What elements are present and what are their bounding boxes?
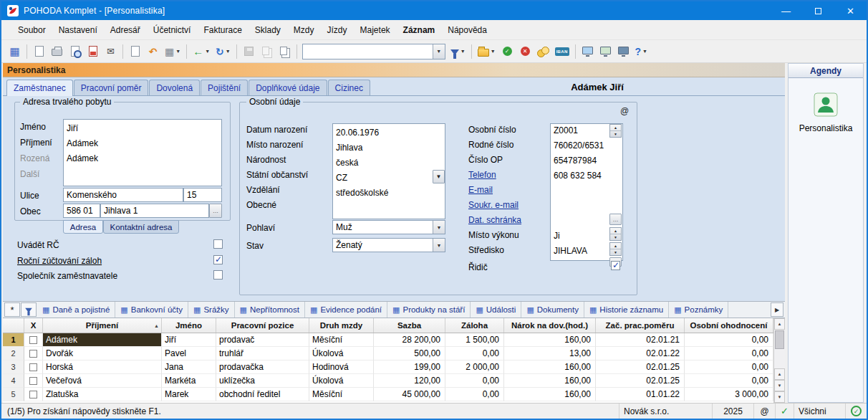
cell-druh[interactable]: Úkolová <box>309 347 374 361</box>
pohlavi-select[interactable]: Muž ▼ <box>332 220 445 234</box>
cell-zaloha[interactable]: 1 500,00 <box>445 333 504 347</box>
obec-lookup-button[interactable]: … <box>209 204 222 218</box>
print-button[interactable] <box>49 43 65 60</box>
menu-nastaveni[interactable]: Nastavení <box>52 22 104 39</box>
new-detail-button[interactable]: * <box>4 302 20 317</box>
cell-zacatek[interactable]: 01.01.22 <box>596 388 685 401</box>
cell-prijmeni[interactable]: Adámek <box>43 333 162 347</box>
maximize-button[interactable] <box>802 1 834 20</box>
cell-druh[interactable]: Měsíční <box>309 333 374 347</box>
scroll-fine-up-button[interactable]: ▲ <box>774 368 785 380</box>
open-agenda-button[interactable] <box>31 43 47 60</box>
misto-vykonu-field[interactable]: Ji <box>554 231 560 241</box>
cell-ohodnoceni[interactable]: 0,00 <box>685 361 773 374</box>
header-druh-mzdy[interactable]: Druh mzdy <box>309 318 374 333</box>
cell-narok[interactable]: 160,00 <box>504 388 596 401</box>
tab-doplnkove-udaje[interactable]: Doplňkové údaje <box>249 80 327 95</box>
menu-sklady[interactable]: Sklady <box>249 22 287 39</box>
psc-field[interactable]: 586 01 <box>63 204 100 218</box>
copy-record-button[interactable] <box>276 43 293 60</box>
status-company[interactable]: Novák s.r.o. <box>619 404 712 419</box>
header-narok[interactable]: Nárok na dov.(hod.) <box>504 318 596 333</box>
cell-zacatek[interactable]: 02.01.21 <box>596 333 685 347</box>
row-select-cell[interactable] <box>24 374 43 388</box>
cell-zacatek[interactable]: 02.01.25 <box>596 374 685 388</box>
cell-pozice[interactable]: prodavač <box>216 333 309 347</box>
cell-druh[interactable]: Měsíční <box>309 388 374 401</box>
prijmeni-field[interactable]: Adámek <box>64 136 221 151</box>
display-2-button[interactable] <box>597 43 614 60</box>
menu-zaznam[interactable]: Záznam <box>397 22 442 39</box>
status-at-symbol[interactable]: @ <box>753 404 775 419</box>
ulice-field[interactable]: Komenského <box>63 188 183 202</box>
header-zaloha[interactable]: Záloha <box>445 318 504 333</box>
cislo-popisne-field[interactable]: 15 <box>183 188 222 202</box>
spin-up-icon[interactable]: ▲ <box>610 125 621 131</box>
dalsi-field[interactable] <box>64 166 221 181</box>
bottom-tab-dane-a-pojistne[interactable]: ▦Daně a pojistné <box>37 302 115 318</box>
header-zacatek[interactable]: Zač. prac.poměru <box>596 318 685 333</box>
cell-pozice[interactable]: truhlář <box>216 347 309 361</box>
cell-ohodnoceni[interactable]: 3 000,00 <box>685 388 773 401</box>
cell-pozice[interactable]: prodavačka <box>216 361 309 374</box>
menu-fakturace[interactable]: Fakturace <box>197 22 248 39</box>
menu-mzdy[interactable]: Mzdy <box>287 22 321 39</box>
undo-button[interactable]: ↶ <box>145 43 161 60</box>
ridic-checkbox[interactable] <box>611 261 620 270</box>
bottom-tab-udalosti[interactable]: ▦Události <box>471 302 521 318</box>
toggle-panels-button[interactable]: ▦ <box>6 43 23 60</box>
spin-down-icon[interactable]: ▼ <box>610 234 621 240</box>
menu-majetek[interactable]: Majetek <box>354 22 397 39</box>
cell-zaloha[interactable]: 0,00 <box>445 347 504 361</box>
bottom-tab-historie-zaznamu[interactable]: ▦Historie záznamu <box>584 302 669 318</box>
cell-zacatek[interactable]: 02.01.25 <box>596 361 685 374</box>
tab-cizinec[interactable]: Cizinec <box>328 80 370 95</box>
row-select-cell[interactable] <box>24 388 43 401</box>
vzdelani-field[interactable]: středoškolské <box>333 186 445 201</box>
header-prijmeni[interactable]: Příjmení▲ <box>43 318 162 333</box>
search-combobox[interactable]: ▼ <box>302 44 445 59</box>
table-row[interactable]: 5 Zlatuška Marek obchodní ředitel Měsíčn… <box>3 388 773 401</box>
tab-pracovni-pomer[interactable]: Pracovní poměr <box>74 80 149 95</box>
table-row[interactable]: 4 Večeřová Markéta uklízečka Úkolová 120… <box>3 374 773 388</box>
telefon-field[interactable]: 608 632 584 <box>554 171 602 181</box>
send-mail-button[interactable]: ✉ <box>102 43 119 60</box>
bottom-tab-bankovni-ucty[interactable]: ▦Bankovní účty <box>115 302 188 318</box>
chevron-down-icon[interactable]: ▼ <box>433 239 445 252</box>
cell-jmeno[interactable]: Jiří <box>162 333 216 347</box>
iban-button[interactable]: IBAN <box>553 43 572 60</box>
menu-ucetnictvi[interactable]: Účetnictví <box>147 22 198 39</box>
agendy-item-personalistika[interactable]: Personalistika <box>789 78 863 133</box>
cell-druh[interactable]: Hodinová <box>309 361 374 374</box>
cell-pozice[interactable]: uklízečka <box>216 374 309 388</box>
row-select-cell[interactable] <box>24 333 43 347</box>
cell-zaloha[interactable]: 2 000,00 <box>445 361 504 374</box>
agendy-header[interactable]: Agendy <box>789 64 863 78</box>
cell-ohodnoceni[interactable]: 0,00 <box>685 333 773 347</box>
header-jmeno[interactable]: Jméno <box>162 318 216 333</box>
bottom-tab-poznamky[interactable]: ▦Poznámky <box>669 302 728 318</box>
scroll-thumb[interactable] <box>775 330 784 349</box>
status-filter[interactable]: Všichni <box>794 404 845 419</box>
narodnost-field[interactable]: česká <box>333 156 445 171</box>
bottom-tab-nepritomnost[interactable]: ▦Nepřítomnost <box>235 302 305 318</box>
cell-jmeno[interactable]: Jana <box>162 361 216 374</box>
telefon-link[interactable]: Telefon <box>468 170 496 181</box>
header-ohodnoceni[interactable]: Osobní ohodnocení <box>685 318 773 333</box>
osobni-cislo-spinner[interactable]: ▲▼ <box>609 124 622 138</box>
cislo-op-field[interactable]: 654787984 <box>554 156 597 166</box>
cell-druh[interactable]: Úkolová <box>309 374 374 388</box>
spin-down-icon[interactable]: ▼ <box>610 131 621 137</box>
obcanstvi-field[interactable]: CZ <box>333 171 445 186</box>
detail-filter-button[interactable] <box>21 302 37 317</box>
close-button[interactable]: ✕ <box>834 1 867 20</box>
obec-field[interactable]: Jihlava 1 <box>100 204 209 218</box>
spin-down-icon[interactable]: ▼ <box>610 249 621 255</box>
help-button[interactable]: ?▼ <box>633 43 650 60</box>
pdf-export-button[interactable] <box>85 43 101 60</box>
tab-zamestnanec[interactable]: Zaměstnanec <box>6 80 73 96</box>
cell-narok[interactable]: 160,00 <box>504 374 596 388</box>
spin-up-icon[interactable]: ▲ <box>610 228 621 234</box>
jmeno-field[interactable]: Jiří <box>64 121 221 136</box>
scroll-up-button[interactable]: ▲ <box>774 318 785 330</box>
